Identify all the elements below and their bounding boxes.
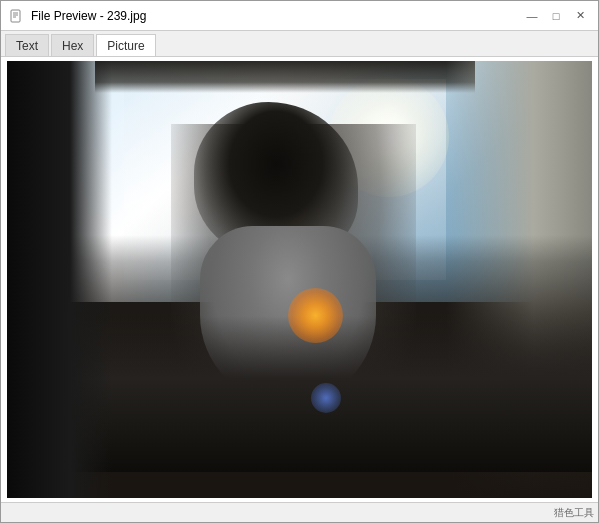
close-button[interactable]: ✕ [570,6,590,26]
status-bar: 猎色工具 [1,502,598,522]
photo-flare-blue [311,383,341,413]
tab-picture[interactable]: Picture [96,34,155,56]
photo-window-top [95,61,475,93]
photo-display [7,61,592,498]
minimize-button[interactable]: — [522,6,542,26]
tab-hex[interactable]: Hex [51,34,94,56]
tab-bar: Text Hex Picture [1,31,598,57]
image-container [5,61,594,498]
photo-flare-orange [288,288,343,343]
svg-rect-0 [11,10,20,22]
title-bar: File Preview - 239.jpg — □ ✕ [1,1,598,31]
status-text: 猎色工具 [554,506,594,520]
content-area [1,57,598,502]
maximize-button[interactable]: □ [546,6,566,26]
tab-text[interactable]: Text [5,34,49,56]
title-bar-left: File Preview - 239.jpg [9,8,146,24]
window-title: File Preview - 239.jpg [31,9,146,23]
main-window: File Preview - 239.jpg — □ ✕ Text Hex Pi… [0,0,599,523]
window-controls: — □ ✕ [522,6,590,26]
app-icon [9,8,25,24]
photo-left-frame [7,61,112,498]
